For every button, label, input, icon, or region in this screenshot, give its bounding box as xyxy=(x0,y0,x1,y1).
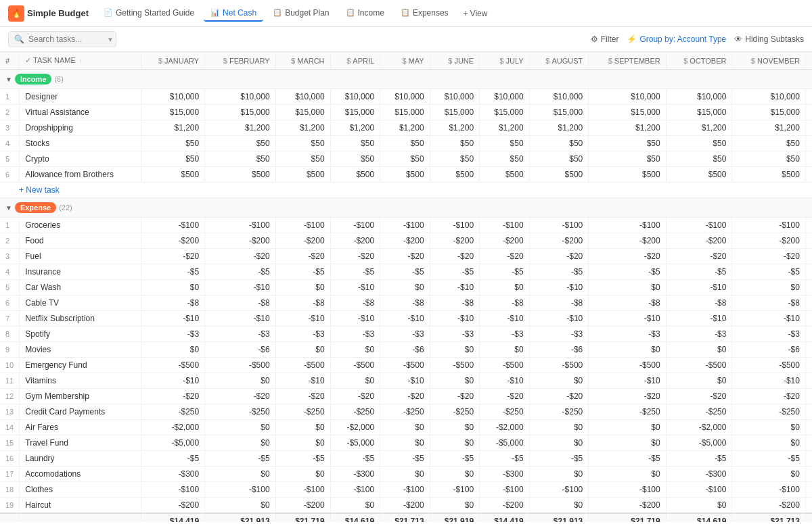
row-task-name[interactable]: Accomodations xyxy=(20,467,141,482)
row-value: $0 xyxy=(589,420,666,435)
income-group-cell: ▼Income(6) xyxy=(0,70,812,89)
row-task-name[interactable]: Insurance xyxy=(20,264,141,280)
row-value: $0 xyxy=(141,342,205,358)
row-num: 12 xyxy=(0,389,20,404)
row-value: $0 xyxy=(589,435,666,451)
row-task-name[interactable]: Cable TV xyxy=(20,295,141,311)
row-value: -$3 xyxy=(205,327,275,342)
new-income-task-row[interactable]: + New task xyxy=(0,183,812,198)
row-task-name[interactable]: Virtual Assistance xyxy=(20,105,141,120)
table-row: 7Netflix Subscription-$10-$10-$10-$10-$1… xyxy=(0,311,812,327)
row-task-name[interactable]: Spotify xyxy=(20,327,141,342)
income-chevron[interactable]: ▼ xyxy=(5,76,12,83)
table-row: 4Stocks$50$50$50$50$50$50$50$50$50$50$50… xyxy=(0,136,812,151)
tab-getting-started[interactable]: 📄 Getting Started Guide xyxy=(97,5,201,22)
row-value: $0 xyxy=(330,498,380,514)
row-value: -$8 xyxy=(430,295,480,311)
row-value: -$200 xyxy=(275,233,330,249)
row-value: -$100 xyxy=(529,482,589,498)
footer-empty-name xyxy=(20,513,141,522)
row-value: $0 xyxy=(805,420,812,435)
row-task-name[interactable]: Clothes xyxy=(20,482,141,498)
row-task-name[interactable]: Laundry xyxy=(20,451,141,467)
row-task-name[interactable]: Gym Membership xyxy=(20,389,141,404)
row-value: -$500 xyxy=(529,358,589,373)
row-task-name[interactable]: Haircut xyxy=(20,498,141,514)
row-value: -$20 xyxy=(430,389,480,404)
table-row: 6Allowance from Brothers$500$500$500$500… xyxy=(0,167,812,183)
row-value: $0 xyxy=(380,280,430,295)
tab-income[interactable]: 📋 Income xyxy=(339,5,391,22)
tab-budget-plan[interactable]: 📋 Budget Plan xyxy=(266,5,336,22)
row-value: -$10 xyxy=(529,280,589,295)
row-value: -$5,000 xyxy=(666,435,732,451)
col-num: # xyxy=(0,52,20,70)
row-task-name[interactable]: Travel Fund xyxy=(20,435,141,451)
row-value: -$8 xyxy=(141,295,205,311)
row-task-name[interactable]: Fuel xyxy=(20,249,141,264)
table-row: 19Haircut-$200$0-$200$0-$200$0-$200$0-$2… xyxy=(0,498,812,514)
row-task-name[interactable]: Movies xyxy=(20,342,141,358)
row-value: -$500 xyxy=(732,358,805,373)
row-value: -$5,000 xyxy=(480,435,530,451)
row-value: -$250 xyxy=(330,404,380,420)
col-sep: $SEPTEMBER xyxy=(589,52,666,70)
row-task-name[interactable]: Vitamins xyxy=(20,373,141,389)
expense-chevron[interactable]: ▼ xyxy=(5,204,12,212)
row-task-name[interactable]: Stocks xyxy=(20,136,141,151)
row-value: $15,000 xyxy=(589,105,666,120)
row-task-name[interactable]: Car Wash xyxy=(20,280,141,295)
row-num: 7 xyxy=(0,311,20,327)
row-value: -$5 xyxy=(330,264,380,280)
col-apr: $APRIL xyxy=(330,52,380,70)
expense-badge: Expense xyxy=(15,202,56,213)
row-value: $50 xyxy=(529,136,589,151)
row-task-name[interactable]: Food xyxy=(20,233,141,249)
row-task-name[interactable]: Emergency Fund xyxy=(20,358,141,373)
row-value: -$20 xyxy=(805,389,812,404)
row-task-name[interactable]: Allowance from Brothers xyxy=(20,167,141,183)
row-value: -$250 xyxy=(275,404,330,420)
add-view-button[interactable]: + View xyxy=(458,6,493,21)
tab-net-cash[interactable]: 📊 Net Cash xyxy=(204,5,263,22)
row-num: 2 xyxy=(0,105,20,120)
row-task-name[interactable]: Groceries xyxy=(20,218,141,233)
row-task-name[interactable]: Designer xyxy=(20,89,141,105)
row-value: -$250 xyxy=(430,404,480,420)
new-task-button[interactable]: + New task xyxy=(0,183,812,198)
filter-button[interactable]: ⚙ Filter xyxy=(591,34,619,44)
grid-icon-2: 📋 xyxy=(346,8,355,17)
row-task-name[interactable]: Dropshipping xyxy=(20,120,141,136)
row-value: -$10 xyxy=(330,311,380,327)
row-value: $10,000 xyxy=(589,89,666,105)
hiding-subtasks-button[interactable]: 👁 Hiding Subtasks xyxy=(734,34,804,44)
row-task-name[interactable]: Air Fares xyxy=(20,420,141,435)
row-value: -$500 xyxy=(330,358,380,373)
row-value: -$100 xyxy=(805,482,812,498)
group-by-button[interactable]: ⚡ Group by: Account Type xyxy=(627,34,726,44)
row-task-name[interactable]: Netflix Subscription xyxy=(20,311,141,327)
row-num: 10 xyxy=(0,358,20,373)
row-value: -$200 xyxy=(380,233,430,249)
row-num: 17 xyxy=(0,467,20,482)
plus-icon: + xyxy=(464,9,468,18)
row-value: -$20 xyxy=(589,249,666,264)
search-box[interactable]: 🔍 ▼ xyxy=(8,31,116,47)
row-value: -$20 xyxy=(480,389,530,404)
row-task-name[interactable]: Credit Card Payments xyxy=(20,404,141,420)
row-value: -$8 xyxy=(805,295,812,311)
row-value: -$20 xyxy=(275,249,330,264)
footer-total-6: $14,419 xyxy=(480,513,530,522)
search-input[interactable] xyxy=(28,34,103,44)
row-task-name[interactable]: Crypto xyxy=(20,151,141,167)
col-task-name[interactable]: ✓ TASK NAME ↕ xyxy=(20,52,141,70)
row-value: $0 xyxy=(430,373,480,389)
row-value: -$100 xyxy=(529,218,589,233)
row-value: -$3 xyxy=(275,327,330,342)
tab-expenses[interactable]: 📋 Expenses xyxy=(394,5,455,22)
row-value: $15,000 xyxy=(480,105,530,120)
table-row: 2Food-$200-$200-$200-$200-$200-$200-$200… xyxy=(0,233,812,249)
col-aug: $AUGUST xyxy=(529,52,589,70)
row-value: -$10 xyxy=(380,373,430,389)
income-badge: Income xyxy=(15,74,52,85)
